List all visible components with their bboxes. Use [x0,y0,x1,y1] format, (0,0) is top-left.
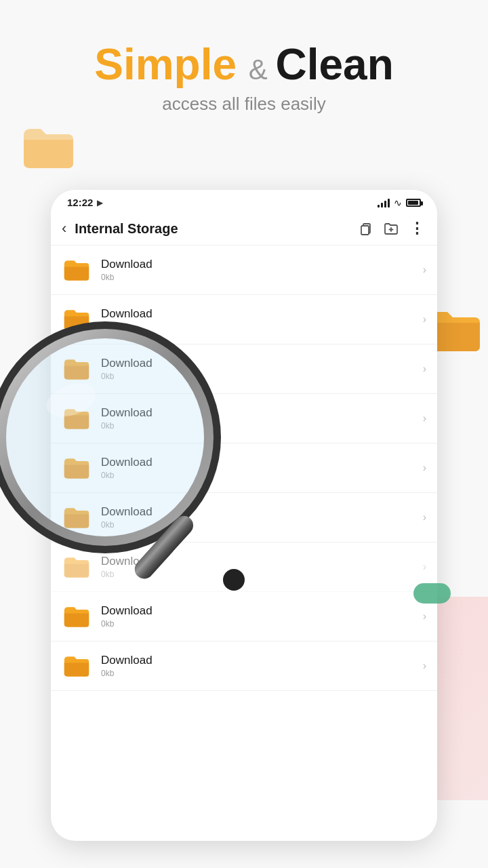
new-folder-icon[interactable] [382,219,401,238]
file-name-4: Download [101,406,423,420]
nav-actions: ⋮ [356,219,426,238]
folder-icon-8 [62,601,92,631]
folder-icon-2 [62,304,92,334]
file-name-8: Download [101,604,423,618]
folder-icon-3 [62,354,92,384]
green-badge [413,583,451,604]
headline-simple: Simple [94,40,237,89]
file-size-9: 0kb [101,669,423,678]
file-name-7: Download [101,555,423,568]
file-size-6: 0kb [101,520,423,530]
chevron-right-3: › [423,363,426,375]
folder-icon-6 [62,502,92,532]
file-list: Download 0kb › Download 0kb › [51,245,437,691]
chevron-right-2: › [423,313,426,326]
file-item-7[interactable]: Download 0kb › [51,542,437,592]
more-options-icon[interactable]: ⋮ [407,219,426,238]
file-name-1: Download [101,258,423,271]
phone-mockup: 12:22 ▶ ∿ ‹ Internal Storage [51,190,437,841]
deco-folder-left [20,122,75,170]
file-size-4: 0kb [101,421,423,431]
copy-icon[interactable] [356,219,375,238]
file-size-8: 0kb [101,619,423,629]
file-info-7: Download 0kb [101,555,423,579]
chevron-right-7: › [423,561,426,573]
signal-bars-icon [378,198,390,208]
file-item-4[interactable]: Download 0kb › [51,394,437,443]
chevron-right-9: › [423,660,426,672]
status-icons: ∿ [378,197,421,208]
wifi-icon: ∿ [394,197,402,208]
file-item-5[interactable]: Download 0kb › [51,443,437,493]
header-section: Simple & Clean access all files easily [0,41,488,115]
folder-icon-9 [62,651,92,681]
file-item-1[interactable]: Download 0kb › [51,245,437,295]
chevron-right-5: › [423,462,426,474]
file-info-1: Download 0kb [101,258,423,282]
file-item-9[interactable]: Download 0kb › [51,642,437,691]
status-bar: 12:22 ▶ ∿ [51,190,437,212]
headline-clean: Clean [276,40,394,89]
file-info-5: Download 0kb [101,456,423,480]
file-size-7: 0kb [101,570,423,579]
folder-icon-4 [62,403,92,433]
folder-icon-1 [62,255,92,285]
file-info-2: Download 0kb [101,307,423,332]
nav-title: Internal Storage [75,221,356,237]
headline-amp: & [249,54,276,85]
file-item-8[interactable]: Download 0kb › [51,592,437,642]
file-name-5: Download [101,456,423,469]
file-item-6[interactable]: Download 0kb › [51,493,437,542]
subtitle: access all files easily [0,94,488,115]
battery-icon [406,199,421,207]
chevron-right-4: › [423,412,426,425]
nav-bar: ‹ Internal Storage ⋮ [51,212,437,245]
file-info-8: Download 0kb [101,604,423,629]
file-size-3: 0kb [101,372,423,381]
chevron-right-1: › [423,264,426,276]
navigation-arrow-icon: ▶ [97,198,103,208]
file-size-5: 0kb [101,471,423,480]
file-name-9: Download [101,654,423,667]
folder-icon-5 [62,453,92,483]
file-info-3: Download 0kb [101,357,423,381]
file-name-6: Download [101,505,423,519]
file-name-3: Download [101,357,423,370]
headline: Simple & Clean [0,41,488,88]
file-info-6: Download 0kb [101,505,423,530]
file-size-1: 0kb [101,273,423,282]
file-name-2: Download [101,307,423,321]
file-size-2: 0kb [101,322,423,332]
file-info-4: Download 0kb [101,406,423,431]
file-item-2[interactable]: Download 0kb › [51,295,437,344]
chevron-right-8: › [423,610,426,623]
svg-rect-0 [361,226,369,235]
chevron-right-6: › [423,511,426,524]
back-button[interactable]: ‹ [62,220,66,237]
file-item-3[interactable]: Download 0kb › [51,344,437,394]
folder-icon-7 [62,552,92,582]
status-time: 12:22 [67,197,93,208]
file-info-9: Download 0kb [101,654,423,678]
